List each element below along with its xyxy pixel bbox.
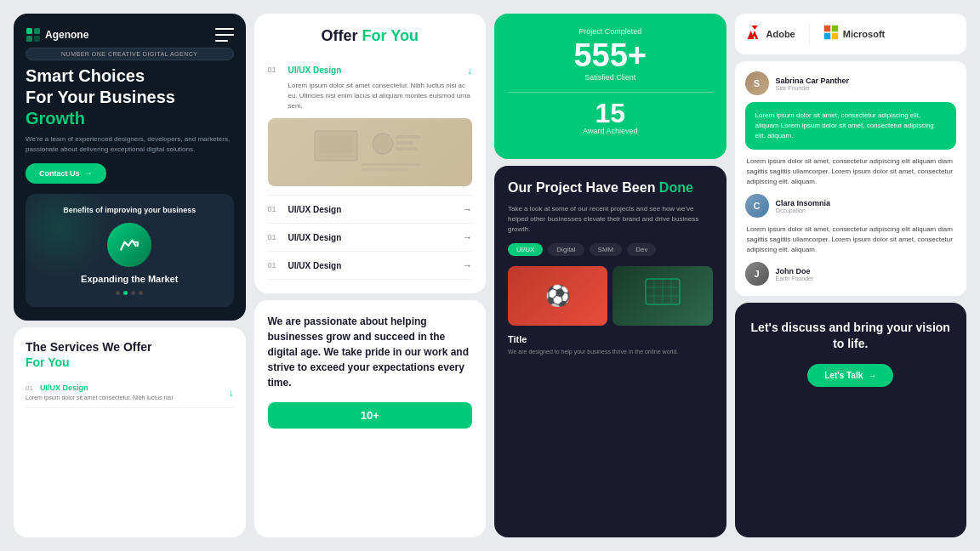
stats-card: Project Completed 555+ Satisfied Client … [494,14,726,159]
project-bottom-desc: We are designed to help your business th… [508,348,713,356]
review-text-clara: Lorem ipsum dolor sit amet, consectetur … [745,156,957,187]
dot-4[interactable] [139,291,143,295]
project-title: Our Project Have Been Done [508,179,713,197]
dot-3[interactable] [131,291,135,295]
service-sketch-image [268,118,473,186]
svg-rect-19 [823,26,830,32]
cta-dark-card: Let's discuss and bring your vision to l… [735,303,967,537]
project-desc: Take a look at some of our recent projec… [508,204,713,235]
dot-1[interactable] [116,291,120,295]
project-image-2 [612,266,712,326]
services-title-plain: The Services We Offer [26,340,151,354]
main-container: Agenone NUMBER ONE CREATIVE DIGITAL AGEN… [0,0,980,551]
offer-title: Offer For You [268,27,473,45]
arrow-right-icon: → [868,371,876,380]
svg-rect-2 [26,36,32,42]
hero-subtext: We're a team of experienced designers, d… [26,134,234,155]
simple-service-list: 01 UI/UX Design → 01 UI/UX Design → 01 U… [268,196,473,280]
reviewer-1: S Sabrina Car Panther Star Founder [745,71,957,95]
svg-rect-20 [831,26,838,32]
service-row-3[interactable]: 01 UI/UX Design → [268,252,473,280]
headline-line1: Smart Choices [26,66,145,85]
headline-line3: Growth [26,109,85,128]
adobe-brand: Adobe [747,25,795,43]
project-images-grid: ⚽ [508,266,713,326]
passion-card: We are passionate about helping business… [254,300,487,537]
svg-rect-22 [831,33,838,40]
filter-smm[interactable]: SMM [590,243,623,256]
dot-2[interactable] [123,291,128,295]
logo-area: Agenone [26,27,88,43]
expanding-market-text: Expanding the Market [37,274,222,284]
svg-rect-1 [34,28,40,34]
market-icon [107,223,151,267]
service-row-main: 01 UI/UX Design ↓ Lorem ipsum dolor sit … [268,57,473,196]
offer-title-plain-fix: Offer [322,27,362,44]
reviewer-3: J John Doe Earth Founder [745,262,957,286]
stat-number-2: 15 [508,99,713,127]
filter-pills: UI/UX Digital SMM Dev [508,243,713,256]
passion-text: We are passionate about helping business… [268,314,473,390]
project-bottom-title: Title [508,334,713,344]
review-text-green: Lorem ipsum dolor sit amet, consectetur … [745,102,957,150]
benefits-title: Benefits of improving your business [37,206,222,214]
filter-dev[interactable]: Dev [627,243,656,256]
hero-headline: Smart Choices For Your Business Growth [26,65,234,129]
project-image-1: ⚽ [508,266,607,326]
project-title-plain: Our Project Have Been [508,180,655,195]
agency-badge: NUMBER ONE CREATIVE DIGITAL AGENCY [26,48,234,60]
arrow-down-icon: ↓ [229,387,234,399]
row1-arrow-icon: → [463,204,472,214]
project-card: Our Project Have Been Done Take a look a… [494,166,726,537]
benefits-card: Benefits of improving your business Expa… [26,194,234,307]
hero-phone-card: Agenone NUMBER ONE CREATIVE DIGITAL AGEN… [14,14,246,321]
logo-icon [26,27,41,43]
services-title: The Services We Offer For You [26,339,234,370]
carousel-dots [37,291,222,295]
column-2: Offer For You 01 UI/UX Design ↓ Lorem ip… [254,14,487,537]
lets-talk-button[interactable]: Let's Talk → [807,364,893,387]
cta-number-button[interactable]: 10+ [268,402,473,429]
service-row-2[interactable]: 01 UI/UX Design → [268,224,473,252]
service-item-small: 01 UI/UX Design Lorem ipsum dolor sit am… [26,378,234,408]
column-4: Adobe Microsoft S [735,14,967,537]
filter-digital[interactable]: Digital [548,243,584,256]
contact-us-button[interactable]: Contact Us → [26,163,106,184]
project-title-accent: Done [659,180,693,195]
column-3: Project Completed 555+ Satisfied Client … [494,14,726,537]
service-row-1[interactable]: 01 UI/UX Design → [268,196,473,224]
svg-rect-5 [319,135,353,152]
avatar-sabrina: S [745,71,769,95]
stats-divider [508,92,713,93]
service-arrow-icon: ↓ [468,65,473,76]
row3-arrow-icon: → [463,260,472,270]
project-completed-label: Project Completed [508,27,713,36]
stat-number-1: 555+ [508,39,713,71]
svg-rect-10 [396,147,418,151]
brands-card: Adobe Microsoft [735,14,967,54]
avatar-john: J [745,262,769,286]
headline-line2: For Your Business [26,88,175,106]
cta-dark-title: Let's discuss and bring your vision to l… [749,320,954,352]
filter-uiux[interactable]: UI/UX [508,243,543,256]
award-achieved-label: Award Achieved [508,127,713,135]
microsoft-icon [823,25,839,43]
services-preview-card: The Services We Offer For You 01 UI/UX D… [14,327,246,537]
brand-divider [809,24,810,44]
svg-rect-9 [396,141,414,145]
satisfied-client-label: Satisfied Client [508,73,713,82]
row2-arrow-icon: → [463,232,472,242]
menu-button[interactable] [215,28,234,42]
svg-rect-8 [396,135,421,139]
project-img-icon-1: ⚽ [545,284,571,308]
svg-rect-11 [362,163,421,166]
testimonials-card: S Sabrina Car Panther Star Founder Lorem… [735,61,967,296]
review-text-john: Lorem ipsum dolor sit amet, consectetur … [745,224,957,255]
arrow-right-icon: → [85,169,93,178]
logo-text: Agenone [45,29,88,41]
column-1: Agenone NUMBER ONE CREATIVE DIGITAL AGEN… [14,14,246,537]
services-title-accent: For You [26,355,70,369]
services-main-card: Offer For You 01 UI/UX Design ↓ Lorem ip… [254,14,487,293]
svg-rect-3 [34,36,40,42]
top-bar: Agenone [26,27,234,43]
